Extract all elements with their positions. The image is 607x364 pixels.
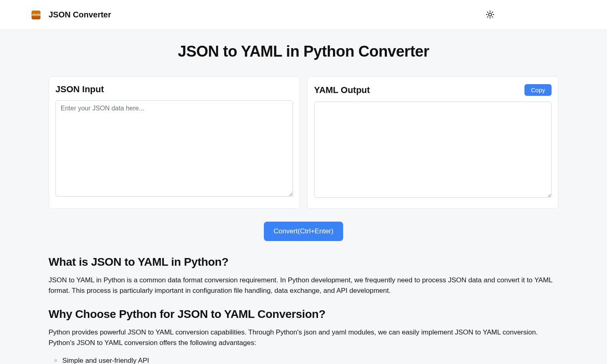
yaml-output-title: YAML Output <box>314 85 370 95</box>
json-input-textarea[interactable] <box>55 100 293 197</box>
main-content: JSON to YAML in Python Converter JSON In… <box>0 30 607 364</box>
yaml-output-header: YAML Output Copy <box>314 84 552 96</box>
json-input-title: JSON Input <box>55 84 104 95</box>
svg-point-0 <box>488 13 491 16</box>
svg-line-3 <box>488 12 488 12</box>
sun-icon <box>486 10 495 19</box>
convert-row: Convert(Ctrl+Enter) <box>49 222 558 241</box>
convert-button[interactable]: Convert(Ctrl+Enter) <box>264 222 343 241</box>
list-item: Simple and user-friendly API <box>62 356 558 364</box>
svg-line-7 <box>488 17 488 17</box>
yaml-output-panel: YAML Output Copy <box>307 76 558 209</box>
section-heading-why: Why Choose Python for JSON to YAML Conve… <box>49 308 558 321</box>
svg-line-8 <box>492 12 492 12</box>
section-body-what: JSON to YAML in Python is a common data … <box>49 275 558 296</box>
copy-button[interactable]: Copy <box>524 84 552 96</box>
app-logo-text: JSON <box>32 13 40 17</box>
theme-toggle-button[interactable] <box>486 10 495 20</box>
brand: JSON JSON Converter <box>32 10 111 19</box>
top-bar: JSON JSON Converter <box>0 0 607 30</box>
why-bullet-list: Simple and user-friendly API <box>49 356 558 364</box>
section-body-why: Python provides powerful JSON to YAML co… <box>49 327 558 349</box>
app-title: JSON Converter <box>49 10 111 19</box>
converter-panels: JSON Input YAML Output Copy <box>49 76 558 209</box>
svg-line-4 <box>492 17 492 17</box>
app-logo: JSON <box>32 11 40 19</box>
section-heading-what: What is JSON to YAML in Python? <box>49 256 558 269</box>
page-title: JSON to YAML in Python Converter <box>49 43 558 60</box>
yaml-output-textarea[interactable] <box>314 102 552 198</box>
json-input-panel: JSON Input <box>49 76 300 209</box>
article-content: What is JSON to YAML in Python? JSON to … <box>49 256 558 364</box>
json-input-header: JSON Input <box>55 84 293 95</box>
